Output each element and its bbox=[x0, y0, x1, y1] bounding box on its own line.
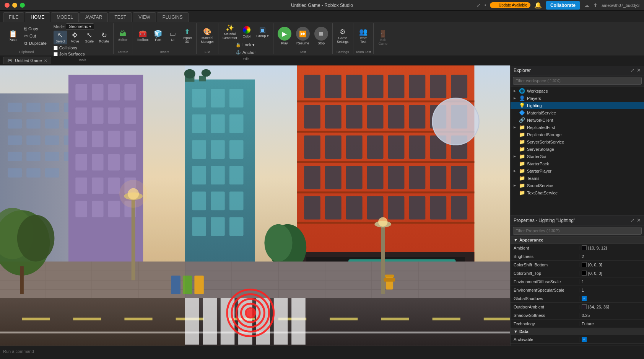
edit-label: Edit bbox=[243, 55, 249, 61]
tree-item-players[interactable]: ▶ 👤 Players bbox=[511, 95, 644, 102]
join-surfaces-input[interactable] bbox=[54, 52, 58, 56]
tree-item-replicatedfirst[interactable]: ▶ 📁 ReplicatedFirst bbox=[511, 124, 644, 131]
explorer-expand-btn[interactable]: ⤢ bbox=[630, 67, 634, 73]
colorshift-top-swatch[interactable] bbox=[582, 271, 587, 276]
tools-group: Mode: Geometric ▾ ↖ Select ✥ Move ⤡ Scal… bbox=[51, 23, 114, 54]
tree-item-lighting[interactable]: 💡 Lighting bbox=[511, 102, 644, 109]
tree-item-serverstorage[interactable]: 📁 ServerStorage bbox=[511, 145, 644, 153]
tree-item-startergui[interactable]: ▶ 📁 StarterGui bbox=[511, 153, 644, 160]
data-section[interactable]: ▼ Data bbox=[511, 328, 644, 335]
tree-item-replicatedstorage[interactable]: 📁 ReplicatedStorage bbox=[511, 131, 644, 138]
tree-item-teams[interactable]: 📁 Teams bbox=[511, 175, 644, 182]
tab-name: Untitled Game bbox=[15, 58, 42, 63]
tree-item-serverscriptservice[interactable]: 📁 ServerScriptService bbox=[511, 138, 644, 145]
notification-bell[interactable]: 🔔 bbox=[534, 2, 542, 9]
paste-button[interactable]: 📋 Paste bbox=[5, 26, 21, 46]
archivable-checkbox[interactable]: ✓ bbox=[582, 337, 587, 342]
untitled-game-tab[interactable]: 🎮 Untitled Game ✕ bbox=[3, 57, 51, 64]
share-icon[interactable]: ⬆ bbox=[593, 2, 598, 8]
team-test-button[interactable]: 👥 Team Test bbox=[356, 27, 370, 45]
tab-test[interactable]: TEST bbox=[109, 12, 132, 22]
lock-button[interactable]: 🔒 Lock ▾ bbox=[234, 42, 258, 48]
appearance-section[interactable]: ▼ Appearance bbox=[511, 237, 644, 244]
move-button[interactable]: ✥ Move bbox=[68, 31, 82, 44]
resume-button[interactable]: ⏩ Resume bbox=[294, 26, 312, 46]
collisions-input[interactable] bbox=[54, 46, 58, 50]
select-button[interactable]: ↖ Select bbox=[54, 31, 67, 44]
close-button[interactable] bbox=[5, 3, 10, 8]
tab-plugins[interactable]: PLUGINS bbox=[157, 12, 189, 22]
team-test-buttons: 👥 Team Test bbox=[356, 23, 370, 49]
command-prompt[interactable]: Run a command bbox=[3, 349, 34, 354]
anchor-button[interactable]: ⚓ Anchor bbox=[234, 49, 258, 55]
part-button[interactable]: 🧊 Part bbox=[151, 29, 165, 43]
tab-view[interactable]: VIEW bbox=[133, 12, 156, 22]
svg-rect-57 bbox=[192, 140, 206, 159]
clipboard-label: Clipboard bbox=[19, 49, 34, 54]
colorshift-bottom-swatch[interactable] bbox=[582, 262, 587, 267]
tree-item-textchatservice[interactable]: 📁 TextChatService bbox=[511, 189, 644, 196]
play-button[interactable]: ▶ Play bbox=[276, 26, 293, 46]
exit-game-button[interactable]: 🚪 Exit Game bbox=[376, 29, 390, 47]
properties-close-btn[interactable]: ✕ bbox=[637, 217, 641, 223]
material-manager-button[interactable]: 🎨 Material Manager bbox=[199, 27, 216, 45]
tab-file[interactable]: FILE bbox=[3, 12, 24, 22]
tree-item-starterplayer[interactable]: ▶ 📁 StarterPlayer bbox=[511, 167, 644, 175]
cloud-icon[interactable]: ☁ bbox=[584, 2, 589, 8]
tab-avatar[interactable]: AVATAR bbox=[80, 12, 108, 22]
join-surfaces-checkbox[interactable]: Join Surfaces bbox=[54, 51, 111, 57]
username[interactable]: ameowth07_buddy3 bbox=[602, 3, 639, 8]
ambient-swatch[interactable] bbox=[582, 245, 587, 250]
svg-rect-81 bbox=[451, 75, 467, 98]
maximize-button[interactable] bbox=[20, 3, 25, 8]
tree-item-starterpack[interactable]: 📁 StarterPack bbox=[511, 160, 644, 167]
color-button[interactable]: Color bbox=[240, 25, 254, 39]
tab-close[interactable]: ✕ bbox=[44, 59, 47, 63]
svg-rect-111 bbox=[409, 196, 426, 220]
stop-button[interactable]: ⏹ Stop bbox=[312, 26, 330, 46]
right-panel: Explorer ⤢ ✕ ▶ 🌐 Workspace ▶ bbox=[510, 65, 644, 346]
minimize-button[interactable] bbox=[12, 3, 17, 8]
cut-button[interactable]: ✂ Cut bbox=[22, 33, 49, 39]
tree-item-workspace[interactable]: ▶ 🌐 Workspace bbox=[511, 87, 644, 95]
svg-rect-77 bbox=[367, 75, 384, 98]
explorer-filter-input[interactable] bbox=[513, 77, 642, 85]
exit-game-icon: 🚪 bbox=[379, 30, 387, 37]
group-button[interactable]: ▣ Group ▾ bbox=[254, 25, 271, 39]
prop-brightness: Brightness 2 bbox=[511, 252, 644, 261]
toolbox-button[interactable]: 🧰 Toolbox bbox=[135, 29, 150, 43]
game-settings-button[interactable]: ⚙ Game Settings bbox=[335, 27, 351, 45]
edit-group: ✨ Material Generator Color ▣ Group ▾ 🔒 L… bbox=[218, 23, 273, 54]
import3d-button[interactable]: ⬆ Import 3D bbox=[180, 27, 194, 45]
global-shadows-checkbox[interactable]: ✓ bbox=[582, 296, 587, 301]
scale-button[interactable]: ⤡ Scale bbox=[83, 31, 96, 44]
tree-item-soundservice[interactable]: ▶ 📁 SoundService bbox=[511, 182, 644, 189]
collisions-checkbox[interactable]: Collisions bbox=[54, 45, 111, 51]
mode-dropdown[interactable]: Geometric ▾ bbox=[66, 23, 94, 30]
editor-button[interactable]: 🏔 Editor bbox=[116, 29, 130, 43]
svg-rect-86 bbox=[388, 105, 405, 129]
material-generator-button[interactable]: ✨ Material Generator bbox=[221, 23, 239, 41]
copy-button[interactable]: ⎘ Copy bbox=[22, 25, 49, 32]
viewport[interactable]: FUNDAMENTALS bbox=[0, 65, 510, 346]
duplicate-button[interactable]: ⧉ Duplicate bbox=[22, 40, 49, 47]
terrain-buttons: 🏔 Editor bbox=[116, 23, 130, 49]
outdoor-ambient-swatch[interactable] bbox=[582, 304, 587, 309]
expand-icon[interactable]: ⤢ bbox=[476, 2, 481, 8]
svg-rect-113 bbox=[451, 196, 467, 220]
properties-expand-btn[interactable]: ⤢ bbox=[630, 217, 634, 223]
svg-rect-112 bbox=[430, 196, 447, 220]
toolbar-ribbon: 📋 Paste ⎘ Copy ✂ Cut ⧉ Duplicate Cli bbox=[0, 22, 644, 55]
tab-model[interactable]: MODEL bbox=[51, 12, 79, 22]
update-badge[interactable]: Update Available bbox=[490, 2, 530, 8]
rotate-button[interactable]: ↻ Rotate bbox=[97, 31, 111, 44]
tree-item-materialservice[interactable]: 🔷 MaterialService bbox=[511, 109, 644, 116]
svg-rect-159 bbox=[274, 298, 288, 345]
collaborate-button[interactable]: Collaborate bbox=[546, 1, 580, 10]
ui-button[interactable]: ▭ UI bbox=[166, 29, 179, 43]
properties-filter-input[interactable] bbox=[513, 227, 642, 235]
tree-item-networkclient[interactable]: 🔗 NetworkClient bbox=[511, 116, 644, 124]
data-label: Data bbox=[519, 329, 529, 334]
tab-home[interactable]: HOME bbox=[25, 12, 50, 22]
explorer-close-btn[interactable]: ✕ bbox=[637, 67, 641, 73]
